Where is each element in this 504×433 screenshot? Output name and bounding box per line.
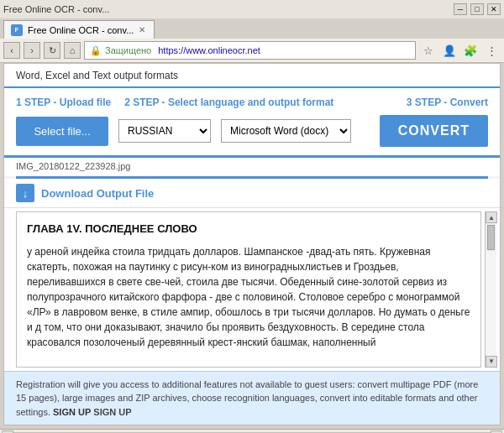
url-text: https://www.onlineocr.net bbox=[158, 45, 260, 55]
step3-label: 3 STEP - Convert bbox=[407, 97, 488, 108]
scroll-up-arrow[interactable]: ▲ bbox=[486, 211, 497, 223]
tab-title: Free Online OCR - conv... bbox=[28, 25, 134, 35]
window-controls: ─ □ ✕ bbox=[454, 3, 501, 15]
star-button[interactable]: ☆ bbox=[419, 42, 438, 59]
tab-favicon: F bbox=[11, 24, 23, 36]
controls-row: Select file... RUSSIAN Microsoft Word (d… bbox=[4, 115, 500, 158]
home-button[interactable]: ⌂ bbox=[64, 42, 81, 59]
nav-right-icons: ☆ 👤 🧩 ⋮ bbox=[419, 42, 501, 59]
ocr-text-box[interactable]: ГЛАВА 1V. ПОСЛЕДНЕЕ СЛОВО у ареной индей… bbox=[16, 211, 481, 368]
address-bar[interactable]: 🔒 Защищено https://www.onlineocr.net bbox=[84, 41, 416, 60]
convert-button[interactable]: CONVERT bbox=[380, 115, 488, 147]
scroll-right-arrow[interactable]: ► bbox=[491, 430, 502, 434]
bottom-scrollbar[interactable]: ◄ ► bbox=[0, 429, 504, 433]
page-header: Word, Excel and Text output formats bbox=[4, 64, 500, 88]
output-section: ↓ Download Output File ГЛАВА 1V. ПОСЛЕДН… bbox=[4, 179, 500, 425]
lock-icon: 🔒 bbox=[90, 45, 102, 56]
language-select[interactable]: RUSSIAN bbox=[118, 119, 211, 143]
scroll-down-arrow[interactable]: ▼ bbox=[486, 356, 497, 368]
scroll-thumb[interactable] bbox=[487, 225, 495, 250]
step2-label: 2 STEP - Select language and output form… bbox=[124, 97, 333, 108]
filename-text: IMG_20180122_223928.jpg bbox=[16, 161, 130, 171]
nav-bar: ‹ › ↻ ⌂ 🔒 Защищено https://www.onlineocr… bbox=[0, 39, 504, 63]
header-text: Word, Excel and Text output formats bbox=[16, 70, 178, 81]
active-tab[interactable]: F Free Online OCR - conv... ✕ bbox=[3, 20, 155, 39]
extensions-button[interactable]: 🧩 bbox=[461, 42, 480, 59]
title-bar: Free Online OCR - conv... ─ □ ✕ bbox=[0, 0, 504, 18]
profile-button[interactable]: 👤 bbox=[440, 42, 459, 59]
forward-button[interactable]: › bbox=[24, 42, 40, 59]
signup-label[interactable]: SIGN UP bbox=[93, 407, 131, 417]
ocr-body-text: у ареной индейка стоила тридцать долларо… bbox=[27, 244, 470, 350]
registration-bar: Registration will give you access to add… bbox=[4, 371, 500, 425]
menu-button[interactable]: ⋮ bbox=[482, 42, 501, 59]
window-title: Free Online OCR - conv... bbox=[3, 4, 109, 14]
refresh-button[interactable]: ↻ bbox=[44, 42, 60, 59]
scroll-track bbox=[486, 252, 496, 356]
select-file-button[interactable]: Select file... bbox=[16, 117, 108, 146]
secure-text: Защищено bbox=[105, 45, 151, 55]
page-content: Word, Excel and Text output formats 1 ST… bbox=[3, 63, 501, 425]
step1-label: 1 STEP1 STEP - Upload file - Upload file bbox=[16, 97, 111, 108]
vertical-scrollbar[interactable]: ▲ ▼ bbox=[485, 211, 496, 368]
steps-row: 1 STEP1 STEP - Upload file - Upload file… bbox=[4, 88, 500, 115]
download-icon: ↓ bbox=[16, 184, 34, 202]
scroll-left-arrow[interactable]: ◄ bbox=[2, 430, 13, 434]
tab-close-button[interactable]: ✕ bbox=[139, 25, 145, 34]
download-link[interactable]: Download Output File bbox=[41, 187, 154, 200]
text-output-area: ГЛАВА 1V. ПОСЛЕДНЕЕ СЛОВО у ареной индей… bbox=[4, 208, 500, 371]
maximize-button[interactable]: □ bbox=[470, 3, 484, 15]
close-window-button[interactable]: ✕ bbox=[487, 3, 501, 15]
download-row: ↓ Download Output File bbox=[4, 179, 500, 208]
tab-bar: F Free Online OCR - conv... ✕ bbox=[0, 18, 504, 39]
format-select[interactable]: Microsoft Word (docx) bbox=[221, 119, 351, 143]
chapter-heading: ГЛАВА 1V. ПОСЛЕДНЕЕ СЛОВО bbox=[27, 221, 470, 237]
filename-row: IMG_20180122_223928.jpg bbox=[4, 158, 500, 176]
signup-link[interactable]: SIGN UP bbox=[53, 407, 91, 417]
back-button[interactable]: ‹ bbox=[3, 42, 20, 59]
minimize-button[interactable]: ─ bbox=[454, 3, 467, 15]
